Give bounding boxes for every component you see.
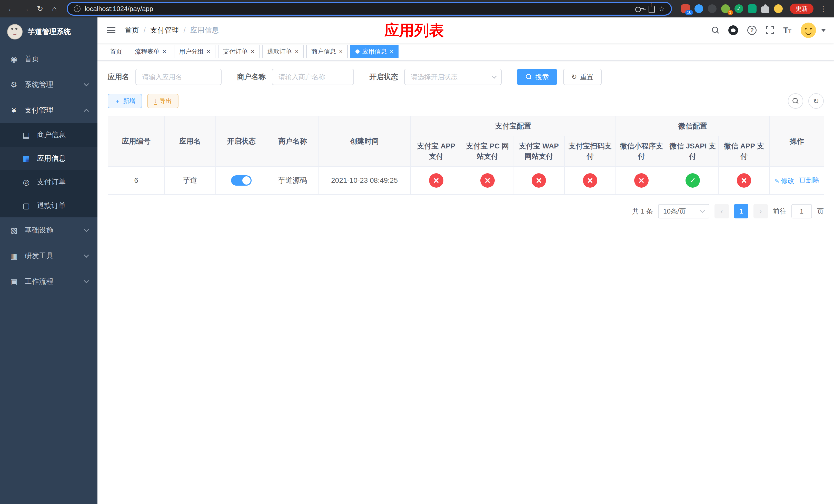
yen-icon: ¥ (9, 106, 19, 115)
status-icon (737, 173, 751, 188)
profile-avatar[interactable] (774, 4, 783, 13)
col-header-name: 应用名 (164, 116, 216, 166)
filter-status: 开启状态 请选择开启状态 (369, 69, 502, 85)
search-icon[interactable] (712, 27, 719, 34)
sidebar-item-system[interactable]: ⚙ 系统管理 (0, 72, 97, 97)
filter-merchant-name: 商户名称 (237, 69, 354, 85)
bookmark-star-icon[interactable]: ☆ (659, 5, 665, 13)
sidebar-item-merchant-info[interactable]: ▤ 商户信息 (0, 123, 97, 147)
url-text: localhost:1024/pay/app (85, 5, 153, 13)
col-header-created: 创建时间 (318, 116, 411, 166)
extension-icon-check[interactable]: ✓ (734, 4, 743, 13)
password-key-icon[interactable] (635, 6, 644, 12)
tab-process-form[interactable]: 流程表单 × (130, 45, 171, 58)
tab-refund-order[interactable]: 退款订单 × (262, 45, 304, 58)
gear-icon: ⚙ (9, 80, 19, 89)
prev-page-button[interactable]: ‹ (715, 204, 729, 219)
refresh-icon: ↻ (571, 73, 577, 81)
help-icon[interactable]: ? (747, 26, 756, 35)
close-icon[interactable]: × (207, 48, 210, 54)
status-select[interactable]: 请选择开启状态 (404, 69, 502, 85)
briefcase-icon: ▣ (9, 277, 19, 286)
browser-menu-icon[interactable]: ⋮ (818, 5, 829, 13)
sidebar-item-refund-order[interactable]: ▢ 退款订单 (0, 194, 97, 217)
tab-label: 商户信息 (311, 47, 336, 55)
breadcrumb-payment[interactable]: 支付管理 (150, 25, 179, 35)
breadcrumb-current: 应用信息 (190, 25, 219, 35)
close-icon[interactable]: × (251, 48, 255, 54)
browser-update-button[interactable]: 更新 (790, 4, 813, 14)
font-size-icon[interactable]: TT (783, 26, 791, 35)
extension-icon-chat[interactable] (748, 4, 756, 13)
pagination: 共 1 条 10条/页 ‹ 1 › 前往 页 (108, 204, 824, 219)
next-page-button[interactable]: › (753, 204, 768, 219)
sidebar-item-payment[interactable]: ¥ 支付管理 (0, 97, 97, 123)
cell-wx-mini (616, 166, 667, 194)
app-table: 应用编号 应用名 开启状态 商户名称 创建时间 支付宝配置 微信配置 操作 支付… (108, 116, 824, 195)
github-icon[interactable] (728, 25, 738, 35)
sidebar-item-infra[interactable]: ▧ 基础设施 (0, 217, 97, 243)
extension-icon-4[interactable]: 1 (721, 4, 730, 13)
refresh-icon[interactable]: ↻ (34, 0, 46, 18)
sidebar-item-workflow[interactable]: ▣ 工作流程 (0, 269, 97, 294)
site-info-icon[interactable]: i (74, 5, 81, 12)
add-button[interactable]: ＋ 新增 (108, 94, 142, 108)
sidebar-item-pay-order[interactable]: ◎ 支付订单 (0, 170, 97, 194)
tab-user-group[interactable]: 用户分组 × (174, 45, 215, 58)
grid-icon: ▦ (22, 154, 31, 163)
search-button[interactable]: 搜索 (517, 69, 557, 85)
close-icon[interactable]: × (339, 48, 343, 54)
export-button[interactable]: ↓ 导出 (147, 94, 178, 108)
tab-app-info[interactable]: 应用信息 × (350, 45, 398, 58)
sidebar-item-app-info[interactable]: ▦ 应用信息 (0, 147, 97, 170)
tab-label: 首页 (110, 47, 122, 55)
merchant-name-input[interactable] (272, 69, 354, 85)
refresh-table-button[interactable]: ↻ (808, 93, 824, 109)
tab-home[interactable]: 首页 (105, 45, 127, 58)
extensions-puzzle-icon[interactable] (761, 6, 769, 13)
app-name-input[interactable] (135, 69, 222, 85)
sidebar-logo[interactable]: 芋道管理系统 (0, 18, 97, 46)
forward-icon[interactable]: → (20, 0, 32, 18)
extensions-bar: 10 1 ✓ (681, 4, 783, 13)
status-icon (583, 173, 597, 188)
toggle-search-button[interactable] (788, 93, 803, 109)
extension-icon-3[interactable] (708, 4, 717, 13)
sidebar-item-devtools[interactable]: ▥ 研发工具 (0, 243, 97, 269)
tab-merchant-info[interactable]: 商户信息 × (306, 45, 348, 58)
close-icon[interactable]: × (390, 48, 393, 54)
page-size-select[interactable]: 10条/页 (658, 204, 709, 219)
back-icon[interactable]: ← (5, 0, 18, 18)
col-header-wx-jsapi: 微信 JSAPI 支付 (667, 136, 718, 166)
col-header-alipay-pc: 支付宝 PC 网站支付 (462, 136, 513, 166)
top-navbar: 首页 / 支付管理 / 应用信息 应用列表 ? TT (97, 18, 834, 43)
extension-badge: 1 (728, 10, 733, 15)
breadcrumb-separator: / (184, 26, 186, 35)
user-avatar[interactable] (801, 23, 816, 38)
tab-label: 应用信息 (362, 47, 387, 55)
reset-button-label: 重置 (580, 72, 593, 82)
home-icon[interactable]: ⌂ (48, 0, 61, 18)
close-icon[interactable]: × (162, 48, 166, 54)
share-icon[interactable] (649, 6, 655, 13)
address-bar[interactable]: i localhost:1024/pay/app ☆ (67, 2, 672, 16)
filter-label: 应用名 (108, 72, 129, 82)
tab-pay-order[interactable]: 支付订单 × (218, 45, 260, 58)
delete-link[interactable]: 删除 (800, 176, 819, 185)
goto-page-input[interactable] (791, 204, 812, 219)
breadcrumb-home[interactable]: 首页 (125, 25, 139, 35)
status-toggle[interactable] (231, 175, 251, 186)
close-icon[interactable]: × (295, 48, 299, 54)
col-header-alipay-app: 支付宝 APP 支付 (411, 136, 462, 166)
extension-icon-1[interactable]: 10 (681, 4, 690, 13)
cell-id: 6 (108, 166, 164, 194)
edit-link[interactable]: ✎修改 (774, 176, 794, 185)
extension-icon-2[interactable] (695, 4, 703, 13)
avatar-caret-icon[interactable] (821, 29, 826, 32)
fullscreen-icon[interactable] (766, 26, 774, 35)
reset-button[interactable]: ↻ 重置 (563, 69, 602, 85)
page-number-button[interactable]: 1 (734, 204, 748, 219)
sidebar-toggle-icon[interactable] (106, 25, 116, 36)
sidebar-item-home[interactable]: ◉ 首页 (0, 46, 97, 72)
toolbar-right: ↻ (788, 93, 824, 109)
